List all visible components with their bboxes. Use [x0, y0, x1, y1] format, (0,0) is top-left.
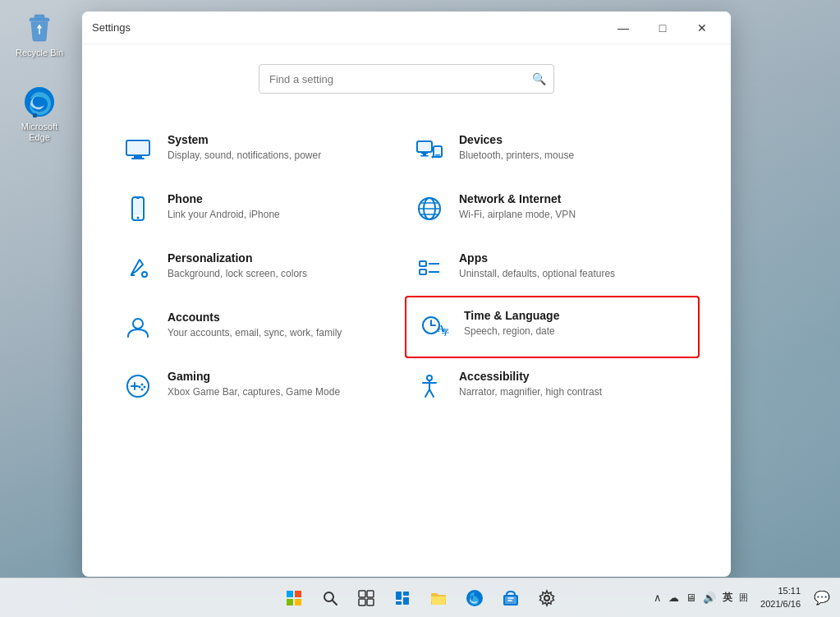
system-icon: [122, 133, 154, 166]
svg-rect-58: [359, 599, 365, 605]
svg-rect-28: [420, 261, 426, 266]
file-explorer-button[interactable]: [422, 582, 455, 615]
svg-rect-57: [367, 591, 374, 597]
settings-item-phone[interactable]: Phone Link your Android, iPhone: [115, 179, 406, 238]
settings-body: 🔍 System: [82, 44, 731, 577]
network-icon: [413, 192, 446, 225]
search-input-wrap: 🔍: [259, 64, 554, 94]
svg-rect-9: [419, 143, 430, 150]
tray-cloud[interactable]: ☁: [666, 590, 682, 605]
svg-point-41: [141, 384, 144, 386]
svg-rect-7: [128, 142, 148, 154]
personalization-desc: Background, lock screen, colors: [168, 267, 307, 281]
settings-item-accessibility[interactable]: Accessibility Narrator, magnifier, high …: [406, 357, 698, 416]
devices-desc: Bluetooth, printers, mouse: [459, 149, 574, 163]
svg-rect-16: [420, 155, 429, 157]
system-desc: Display, sound, notifications, power: [168, 149, 321, 163]
settings-item-network[interactable]: Network & Internet Wi-Fi, airplane mode,…: [406, 179, 698, 238]
apps-title: Apps: [459, 251, 615, 265]
accounts-desc: Your accounts, email, sync, work, family: [168, 326, 342, 340]
accounts-icon: [122, 311, 154, 343]
settings-item-time-language[interactable]: A 字 Time & Language Speech, region, date: [405, 296, 700, 358]
system-tray: ∧ ☁ 🖥 🔊 英 囲: [651, 589, 750, 606]
settings-item-accounts[interactable]: Accounts Your accounts, email, sync, wor…: [115, 297, 406, 357]
svg-rect-3: [33, 113, 37, 117]
recycle-bin-icon[interactable]: Recycle Bin: [7, 8, 72, 62]
tray-network[interactable]: 🖥: [683, 590, 699, 605]
svg-rect-60: [396, 592, 402, 600]
settings-item-apps[interactable]: Apps Uninstall, defaults, optional featu…: [406, 238, 698, 297]
taskbar: ∧ ☁ 🖥 🔊 英 囲 15:11 2021/6/16 💬: [0, 578, 840, 617]
taskbar-center: [278, 582, 563, 615]
settings-window: Settings — □ ✕ 🔍: [82, 12, 731, 577]
svg-rect-59: [367, 599, 374, 605]
svg-point-44: [139, 386, 141, 389]
start-button[interactable]: [278, 582, 310, 615]
network-desc: Wi-Fi, airplane mode, VPN: [459, 208, 576, 222]
maximize-button[interactable]: □: [644, 15, 682, 41]
microsoft-edge-icon[interactable]: Microsoft Edge: [7, 82, 72, 146]
notification-icon[interactable]: 💬: [810, 587, 833, 609]
gaming-title: Gaming: [168, 370, 340, 383]
svg-point-13: [432, 156, 434, 159]
phone-title: Phone: [168, 192, 280, 205]
settings-item-gaming[interactable]: Gaming Xbox Game Bar, captures, Game Mod…: [115, 357, 406, 416]
svg-rect-56: [359, 591, 365, 597]
settings-item-devices[interactable]: Devices Bluetooth, printers, mouse: [406, 120, 698, 179]
devices-title: Devices: [459, 133, 574, 146]
svg-rect-29: [420, 269, 426, 274]
search-icon: 🔍: [532, 72, 546, 85]
svg-point-43: [141, 389, 144, 391]
window-controls: — □ ✕: [604, 15, 721, 41]
system-title: System: [168, 133, 321, 146]
svg-rect-6: [131, 158, 145, 159]
svg-rect-20: [136, 198, 140, 199]
taskbar-edge-button[interactable]: [458, 582, 491, 615]
svg-point-67: [544, 596, 549, 601]
close-button[interactable]: ✕: [683, 15, 721, 41]
accessibility-title: Accessibility: [459, 370, 602, 383]
time-language-desc: Speech, region, date: [464, 325, 559, 338]
svg-line-55: [333, 601, 337, 605]
taskbar-search-button[interactable]: [314, 582, 347, 615]
svg-rect-52: [287, 599, 293, 605]
tray-volume[interactable]: 🔊: [700, 590, 718, 605]
svg-point-32: [133, 319, 143, 329]
taskbar-store-button[interactable]: [494, 582, 527, 615]
taskbar-clock[interactable]: 15:11 2021/6/16: [755, 583, 806, 612]
tray-chevron[interactable]: ∧: [651, 590, 664, 605]
accessibility-desc: Narrator, magnifier, high contrast: [459, 385, 602, 399]
svg-rect-5: [134, 155, 142, 158]
svg-rect-12: [435, 154, 440, 156]
apps-desc: Uninstall, defaults, optional features: [459, 267, 615, 281]
accounts-title: Accounts: [168, 311, 342, 324]
minimize-button[interactable]: —: [604, 15, 642, 41]
task-view-button[interactable]: [350, 582, 383, 615]
svg-rect-11: [435, 148, 440, 155]
svg-rect-63: [403, 597, 409, 605]
tray-keyboard[interactable]: 囲: [737, 590, 750, 605]
svg-rect-18: [134, 199, 142, 215]
svg-line-48: [425, 389, 429, 397]
svg-rect-62: [396, 601, 402, 605]
clock-date: 2021/6/16: [760, 598, 801, 610]
widgets-button[interactable]: [386, 582, 419, 615]
svg-rect-1: [34, 15, 44, 19]
time-language-title: Time & Language: [464, 309, 559, 322]
recycle-bin-label: Recycle Bin: [16, 48, 63, 58]
time-language-icon: A 字: [418, 309, 451, 342]
settings-item-system[interactable]: System Display, sound, notifications, po…: [115, 120, 406, 179]
settings-item-personalization[interactable]: Personalization Background, lock screen,…: [115, 238, 406, 297]
taskbar-settings-button[interactable]: [530, 582, 563, 615]
tray-lang[interactable]: 英: [720, 589, 735, 606]
svg-text:字: 字: [441, 327, 449, 337]
svg-point-26: [142, 272, 147, 277]
microsoft-edge-label: Microsoft Edge: [10, 122, 69, 143]
personalization-icon: [122, 251, 154, 284]
phone-desc: Link your Android, iPhone: [168, 208, 280, 222]
accessibility-icon: [413, 370, 446, 403]
gaming-desc: Xbox Game Bar, captures, Game Mode: [168, 385, 340, 399]
svg-rect-61: [403, 592, 409, 596]
search-bar: 🔍: [115, 64, 698, 94]
search-input[interactable]: [259, 64, 554, 94]
